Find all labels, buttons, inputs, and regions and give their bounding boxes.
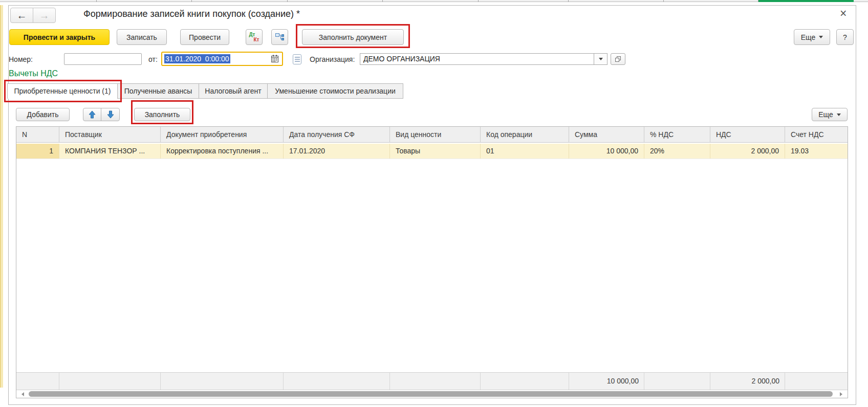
total-cell	[785, 373, 848, 390]
back-button[interactable]: ←	[10, 8, 33, 23]
document-list-icon[interactable]	[292, 54, 303, 65]
tab-label: Уменьшение стоимости реализации	[275, 87, 396, 95]
arrow-down-icon	[107, 110, 114, 119]
save-label: Записать	[126, 33, 157, 41]
report-structure-button[interactable]	[271, 29, 288, 45]
total-cell	[161, 373, 284, 390]
column-header-vat-account[interactable]: Счет НДС	[785, 127, 848, 142]
column-header-operation-code[interactable]: Код операции	[481, 127, 569, 142]
forward-button[interactable]: →	[33, 8, 56, 23]
total-cell	[390, 373, 481, 390]
open-organization-button[interactable]	[611, 53, 625, 65]
cell-invoice-date[interactable]: 17.01.2020	[284, 144, 390, 159]
total-cell	[284, 373, 390, 390]
post-button[interactable]: Провести	[180, 29, 229, 45]
date-value-selected: 31.01.2020 0:00:00	[164, 54, 230, 63]
structure-icon	[275, 32, 285, 42]
vat-deductions-link[interactable]: Вычеты НДС	[9, 69, 58, 78]
scrollbar-thumb[interactable]	[29, 391, 833, 397]
chevron-down-icon	[819, 36, 823, 38]
number-label: Номер:	[9, 55, 33, 63]
strip-divider	[478, 0, 479, 2]
page-title: Формирование записей книги покупок (созд…	[83, 9, 300, 19]
chevron-down-icon	[599, 58, 603, 60]
horizontal-scrollbar[interactable]	[16, 390, 848, 398]
date-input[interactable]: 31.01.2020 0:00:00	[161, 52, 283, 66]
cell-amount[interactable]: 10 000,00	[569, 144, 644, 159]
form-more-button[interactable]: Еще	[794, 29, 830, 45]
screen: ← → Формирование записей книги покупок (…	[0, 0, 868, 407]
strip-divider	[191, 0, 192, 2]
top-tab-strip	[0, 0, 868, 2]
table-empty-area	[16, 159, 848, 372]
help-label: ?	[843, 33, 847, 41]
tab-received-advances[interactable]: Полученные авансы	[117, 83, 199, 99]
cell-vat-percent[interactable]: 20%	[644, 144, 710, 159]
tab-sales-cost-reduction[interactable]: Уменьшение стоимости реализации	[267, 83, 403, 99]
total-cell	[644, 373, 710, 390]
post-and-close-button[interactable]: Провести и закрыть	[9, 29, 110, 45]
calendar-icon[interactable]	[271, 55, 279, 63]
strip-divider	[758, 0, 758, 2]
total-cell	[59, 373, 161, 390]
cell-vat-account[interactable]: 19.03	[785, 144, 848, 159]
column-header-amount[interactable]: Сумма	[569, 127, 644, 142]
cell-value-type[interactable]: Товары	[390, 144, 481, 159]
purchases-table: N Поставщик Документ приобретения Дата п…	[16, 126, 848, 398]
left-edge-panel	[0, 5, 3, 388]
strip-active-tab	[758, 0, 854, 2]
column-header-invoice-date[interactable]: Дата получения СФ	[284, 127, 390, 142]
date-label: от:	[148, 55, 158, 63]
help-button[interactable]: ?	[836, 29, 854, 45]
column-header-value-type[interactable]: Вид ценности	[390, 127, 481, 142]
save-button[interactable]: Записать	[117, 29, 167, 45]
table-more-button[interactable]: Еще	[812, 108, 848, 121]
back-arrow-icon: ←	[17, 10, 27, 21]
cell-supplier[interactable]: КОМПАНИЯ ТЕНЗОР ...	[59, 144, 161, 159]
move-down-button[interactable]	[101, 108, 120, 121]
cell-vat[interactable]: 2 000,00	[710, 144, 785, 159]
table-header-row: N Поставщик Документ приобретения Дата п…	[16, 127, 848, 143]
scroll-left-icon[interactable]	[21, 392, 24, 396]
strip-divider	[568, 0, 569, 2]
cell-document[interactable]: Корректировка поступления ...	[161, 144, 284, 159]
close-icon[interactable]: ×	[840, 7, 847, 20]
open-link-icon	[615, 56, 621, 62]
organization-dropdown-button[interactable]	[594, 54, 607, 64]
organization-label: Организация:	[310, 55, 355, 63]
show-postings-button[interactable]: Дт Кт	[246, 29, 263, 45]
post-and-close-label: Провести и закрыть	[24, 33, 95, 41]
total-amount: 10 000,00	[569, 373, 644, 390]
column-header-document[interactable]: Документ приобретения	[161, 127, 284, 142]
organization-value: ДЕМО ОРГАНИЗАЦИЯ	[360, 54, 594, 64]
add-row-label: Добавить	[27, 110, 59, 119]
number-input[interactable]	[64, 53, 142, 65]
strip-divider	[663, 0, 664, 2]
column-header-vat[interactable]: НДС	[710, 127, 785, 142]
column-header-supplier[interactable]: Поставщик	[59, 127, 161, 142]
organization-input[interactable]: ДЕМО ОРГАНИЗАЦИЯ	[360, 53, 607, 65]
add-row-button[interactable]: Добавить	[16, 108, 70, 121]
scroll-right-icon[interactable]	[840, 392, 842, 396]
cell-n[interactable]: 1	[16, 144, 59, 159]
annotation-box-fill	[131, 100, 193, 124]
total-cell	[16, 373, 59, 390]
forward-arrow-icon: →	[39, 10, 50, 21]
post-label: Провести	[189, 33, 221, 41]
tab-tax-agent[interactable]: Налоговый агент	[199, 83, 268, 99]
strip-divider	[382, 0, 383, 2]
tab-label: Полученные авансы	[124, 87, 192, 95]
form-more-label: Еще	[801, 33, 816, 41]
move-up-button[interactable]	[83, 108, 101, 121]
column-header-n[interactable]: N	[16, 127, 59, 142]
tab-label: Налоговый агент	[205, 87, 261, 95]
strip-divider	[96, 0, 97, 2]
total-cell	[481, 373, 569, 390]
total-vat: 2 000,00	[710, 373, 785, 390]
table-row[interactable]: 1 КОМПАНИЯ ТЕНЗОР ... Корректировка пост…	[16, 144, 848, 159]
annotation-box-fill-document	[296, 24, 410, 48]
column-header-vat-percent[interactable]: % НДС	[644, 127, 710, 142]
arrow-up-icon	[89, 110, 96, 119]
table-totals-row: 10 000,00 2 000,00	[16, 372, 848, 390]
cell-operation-code[interactable]: 01	[481, 144, 569, 159]
